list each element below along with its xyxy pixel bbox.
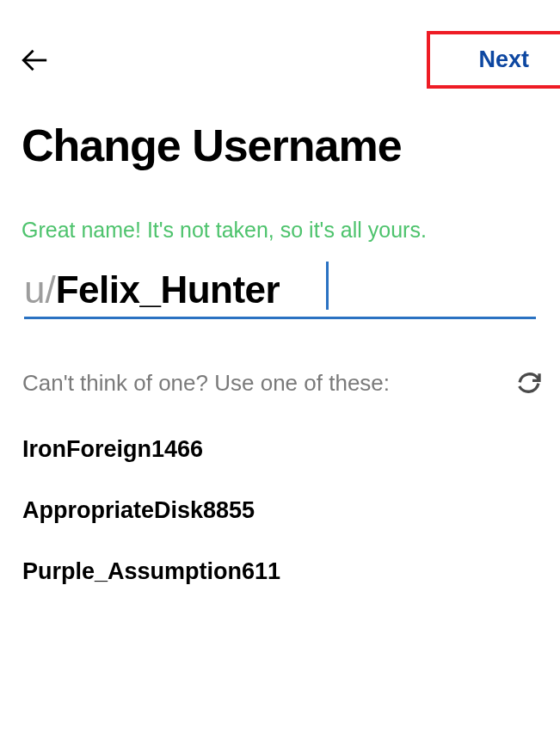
suggestion-label: Can't think of one? Use one of these: <box>22 370 390 397</box>
suggestion-item[interactable]: Purple_Assumption611 <box>22 558 560 585</box>
username-input-row[interactable]: u/ <box>24 268 536 319</box>
suggestion-item[interactable]: AppropriateDisk8855 <box>22 497 560 524</box>
header: Next <box>0 0 560 89</box>
page-title: Change Username <box>0 89 560 171</box>
back-icon[interactable] <box>17 43 52 77</box>
suggestions-list: IronForeign1466 AppropriateDisk8855 Purp… <box>0 398 560 585</box>
input-prefix: u/ <box>24 268 56 311</box>
text-cursor <box>326 262 329 310</box>
next-button[interactable]: Next <box>427 31 560 89</box>
suggestion-header: Can't think of one? Use one of these: <box>0 319 560 398</box>
suggestion-item[interactable]: IronForeign1466 <box>22 436 560 463</box>
refresh-icon[interactable] <box>514 367 545 398</box>
status-message: Great name! It's not taken, so it's all … <box>0 171 560 243</box>
username-input[interactable] <box>56 268 536 311</box>
